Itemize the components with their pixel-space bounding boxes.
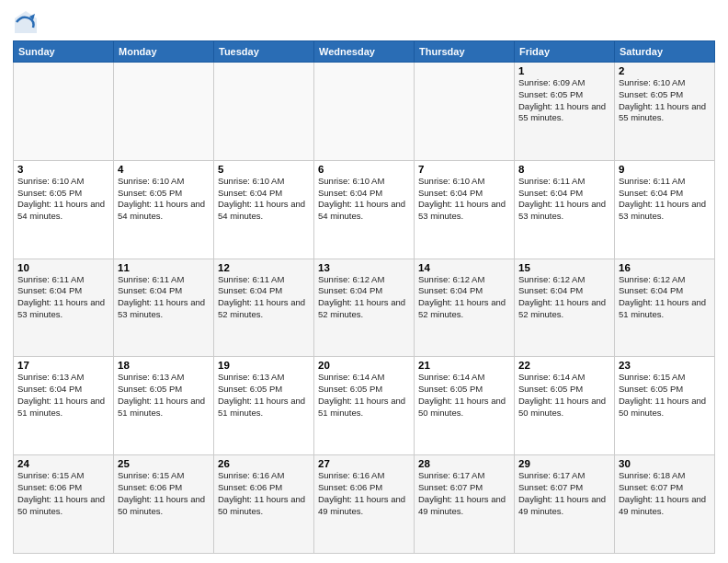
day-number: 2 [619, 65, 711, 76]
day-info: Sunrise: 6:12 AM Sunset: 6:04 PM Dayligh… [418, 274, 510, 321]
day-info: Sunrise: 6:17 AM Sunset: 6:07 PM Dayligh… [518, 470, 610, 517]
day-info: Sunrise: 6:11 AM Sunset: 6:04 PM Dayligh… [218, 274, 310, 321]
day-info: Sunrise: 6:14 AM Sunset: 6:05 PM Dayligh… [418, 372, 510, 419]
day-number: 13 [318, 262, 410, 273]
day-cell: 22Sunrise: 6:14 AM Sunset: 6:05 PM Dayli… [515, 357, 615, 455]
day-number: 16 [619, 262, 711, 273]
day-info: Sunrise: 6:14 AM Sunset: 6:05 PM Dayligh… [318, 372, 410, 419]
day-cell: 8Sunrise: 6:11 AM Sunset: 6:04 PM Daylig… [515, 160, 615, 259]
col-header-sunday: Sunday [14, 41, 114, 63]
col-header-tuesday: Tuesday [214, 41, 314, 63]
week-row-1: 3Sunrise: 6:10 AM Sunset: 6:05 PM Daylig… [14, 160, 715, 259]
day-number: 9 [619, 164, 711, 175]
day-cell: 2Sunrise: 6:10 AM Sunset: 6:05 PM Daylig… [615, 63, 715, 161]
day-number: 19 [218, 360, 310, 371]
day-info: Sunrise: 6:18 AM Sunset: 6:07 PM Dayligh… [619, 470, 711, 517]
col-header-saturday: Saturday [615, 41, 715, 63]
calendar-table: SundayMondayTuesdayWednesdayThursdayFrid… [13, 40, 715, 554]
week-row-2: 10Sunrise: 6:11 AM Sunset: 6:04 PM Dayli… [14, 259, 715, 357]
day-cell [214, 63, 314, 161]
day-cell: 30Sunrise: 6:18 AM Sunset: 6:07 PM Dayli… [615, 455, 715, 554]
day-number: 21 [418, 360, 510, 371]
day-cell: 20Sunrise: 6:14 AM Sunset: 6:05 PM Dayli… [314, 357, 415, 455]
day-number: 8 [518, 164, 610, 175]
day-info: Sunrise: 6:12 AM Sunset: 6:04 PM Dayligh… [518, 274, 610, 321]
day-number: 15 [518, 262, 610, 273]
day-info: Sunrise: 6:15 AM Sunset: 6:05 PM Dayligh… [619, 372, 711, 419]
day-info: Sunrise: 6:15 AM Sunset: 6:06 PM Dayligh… [118, 470, 210, 517]
col-header-friday: Friday [515, 41, 615, 63]
day-cell: 6Sunrise: 6:10 AM Sunset: 6:04 PM Daylig… [314, 160, 415, 259]
day-info: Sunrise: 6:14 AM Sunset: 6:05 PM Dayligh… [518, 372, 610, 419]
day-cell: 11Sunrise: 6:11 AM Sunset: 6:04 PM Dayli… [114, 259, 214, 357]
day-number: 4 [118, 164, 210, 175]
day-number: 20 [318, 360, 410, 371]
day-info: Sunrise: 6:11 AM Sunset: 6:04 PM Dayligh… [118, 274, 210, 321]
day-cell: 17Sunrise: 6:13 AM Sunset: 6:04 PM Dayli… [14, 357, 114, 455]
logo [13, 9, 42, 35]
day-info: Sunrise: 6:11 AM Sunset: 6:04 PM Dayligh… [17, 274, 109, 321]
calendar-body: 1Sunrise: 6:09 AM Sunset: 6:05 PM Daylig… [14, 63, 715, 554]
day-cell [415, 63, 515, 161]
day-cell: 18Sunrise: 6:13 AM Sunset: 6:05 PM Dayli… [114, 357, 214, 455]
day-number: 5 [218, 164, 310, 175]
day-info: Sunrise: 6:10 AM Sunset: 6:04 PM Dayligh… [318, 176, 410, 223]
day-number: 10 [17, 262, 109, 273]
day-number: 14 [418, 262, 510, 273]
day-number: 24 [17, 458, 109, 469]
day-info: Sunrise: 6:16 AM Sunset: 6:06 PM Dayligh… [318, 470, 410, 517]
day-cell [114, 63, 214, 161]
day-number: 23 [619, 360, 711, 371]
day-cell: 7Sunrise: 6:10 AM Sunset: 6:04 PM Daylig… [415, 160, 515, 259]
day-cell: 3Sunrise: 6:10 AM Sunset: 6:05 PM Daylig… [14, 160, 114, 259]
day-info: Sunrise: 6:13 AM Sunset: 6:04 PM Dayligh… [17, 372, 109, 419]
day-number: 30 [619, 458, 711, 469]
day-cell: 29Sunrise: 6:17 AM Sunset: 6:07 PM Dayli… [515, 455, 615, 554]
day-info: Sunrise: 6:12 AM Sunset: 6:04 PM Dayligh… [318, 274, 410, 321]
day-info: Sunrise: 6:10 AM Sunset: 6:05 PM Dayligh… [118, 176, 210, 223]
day-number: 29 [518, 458, 610, 469]
day-info: Sunrise: 6:16 AM Sunset: 6:06 PM Dayligh… [218, 470, 310, 517]
day-info: Sunrise: 6:13 AM Sunset: 6:05 PM Dayligh… [118, 372, 210, 419]
header-row: SundayMondayTuesdayWednesdayThursdayFrid… [14, 41, 715, 63]
day-number: 6 [318, 164, 410, 175]
day-number: 28 [418, 458, 510, 469]
day-info: Sunrise: 6:13 AM Sunset: 6:05 PM Dayligh… [218, 372, 310, 419]
header [13, 9, 715, 35]
day-cell: 5Sunrise: 6:10 AM Sunset: 6:04 PM Daylig… [214, 160, 314, 259]
day-info: Sunrise: 6:11 AM Sunset: 6:04 PM Dayligh… [619, 176, 711, 223]
day-info: Sunrise: 6:12 AM Sunset: 6:04 PM Dayligh… [619, 274, 711, 321]
day-cell: 10Sunrise: 6:11 AM Sunset: 6:04 PM Dayli… [14, 259, 114, 357]
day-number: 7 [418, 164, 510, 175]
day-cell: 24Sunrise: 6:15 AM Sunset: 6:06 PM Dayli… [14, 455, 114, 554]
day-cell: 12Sunrise: 6:11 AM Sunset: 6:04 PM Dayli… [214, 259, 314, 357]
calendar-header: SundayMondayTuesdayWednesdayThursdayFrid… [14, 41, 715, 63]
day-cell: 21Sunrise: 6:14 AM Sunset: 6:05 PM Dayli… [415, 357, 515, 455]
day-info: Sunrise: 6:10 AM Sunset: 6:05 PM Dayligh… [619, 77, 711, 124]
day-info: Sunrise: 6:10 AM Sunset: 6:04 PM Dayligh… [218, 176, 310, 223]
day-number: 17 [17, 360, 109, 371]
day-cell [314, 63, 415, 161]
day-number: 18 [118, 360, 210, 371]
col-header-wednesday: Wednesday [314, 41, 415, 63]
week-row-4: 24Sunrise: 6:15 AM Sunset: 6:06 PM Dayli… [14, 455, 715, 554]
col-header-monday: Monday [114, 41, 214, 63]
logo-icon [13, 9, 39, 35]
day-info: Sunrise: 6:17 AM Sunset: 6:07 PM Dayligh… [418, 470, 510, 517]
day-number: 22 [518, 360, 610, 371]
day-cell: 16Sunrise: 6:12 AM Sunset: 6:04 PM Dayli… [615, 259, 715, 357]
day-info: Sunrise: 6:09 AM Sunset: 6:05 PM Dayligh… [518, 77, 610, 124]
day-cell: 14Sunrise: 6:12 AM Sunset: 6:04 PM Dayli… [415, 259, 515, 357]
col-header-thursday: Thursday [415, 41, 515, 63]
day-cell: 28Sunrise: 6:17 AM Sunset: 6:07 PM Dayli… [415, 455, 515, 554]
day-cell: 9Sunrise: 6:11 AM Sunset: 6:04 PM Daylig… [615, 160, 715, 259]
day-info: Sunrise: 6:10 AM Sunset: 6:04 PM Dayligh… [418, 176, 510, 223]
page: SundayMondayTuesdayWednesdayThursdayFrid… [0, 0, 728, 563]
week-row-0: 1Sunrise: 6:09 AM Sunset: 6:05 PM Daylig… [14, 63, 715, 161]
day-number: 26 [218, 458, 310, 469]
week-row-3: 17Sunrise: 6:13 AM Sunset: 6:04 PM Dayli… [14, 357, 715, 455]
day-number: 27 [318, 458, 410, 469]
day-info: Sunrise: 6:15 AM Sunset: 6:06 PM Dayligh… [17, 470, 109, 517]
day-cell: 4Sunrise: 6:10 AM Sunset: 6:05 PM Daylig… [114, 160, 214, 259]
day-number: 1 [518, 65, 610, 76]
